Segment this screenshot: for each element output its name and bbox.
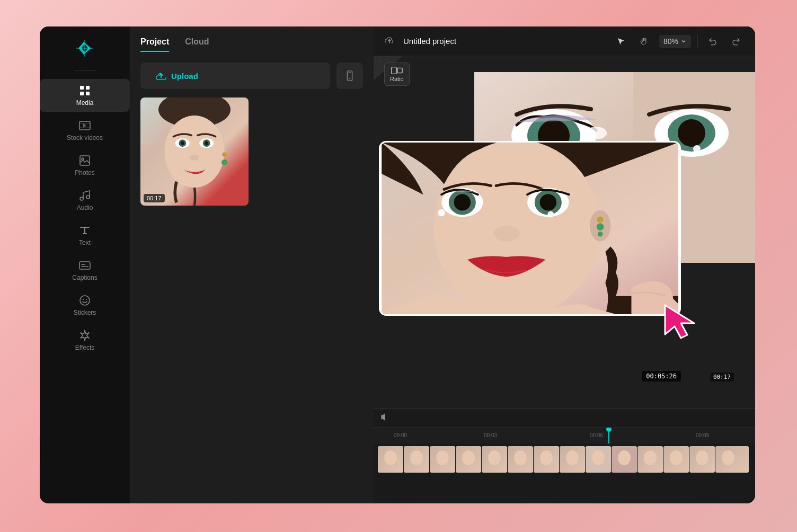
- ruler-mark-2: 00:06: [590, 432, 603, 438]
- svg-point-69: [410, 450, 423, 465]
- cursor-tool-btn[interactable]: [613, 33, 630, 50]
- ruler-mark-1: 00:03: [484, 432, 497, 438]
- app-logo[interactable]: [74, 37, 96, 59]
- sidebar-item-text[interactable]: Text: [40, 219, 130, 252]
- upload-button[interactable]: Upload: [140, 63, 330, 89]
- time-display: 00:05:26: [642, 371, 681, 382]
- ruler-mark-3: 00:09: [696, 432, 709, 438]
- audio-toggle-icon[interactable]: [380, 412, 389, 424]
- sidebar-item-effects[interactable]: Effects: [40, 324, 130, 357]
- toolbar-divider: [697, 35, 698, 48]
- svg-point-48: [693, 145, 701, 153]
- timeline: 00:00 00:03 00:06 00:09: [374, 408, 755, 503]
- hand-tool-btn[interactable]: [636, 33, 653, 50]
- svg-point-81: [566, 450, 579, 465]
- app-window: Media Stock videos Photos: [40, 26, 755, 503]
- svg-point-24: [164, 116, 224, 188]
- svg-point-56: [540, 194, 556, 210]
- playhead-head: [606, 428, 612, 432]
- media-grid: 00:17: [140, 97, 363, 206]
- sidebar-item-audio-label: Audio: [77, 204, 93, 211]
- svg-point-16: [80, 296, 90, 305]
- svg-rect-5: [86, 92, 90, 95]
- device-button[interactable]: [336, 63, 363, 89]
- top-toolbar: Untitled project 80%: [374, 26, 755, 56]
- zoom-control[interactable]: 80%: [659, 35, 691, 48]
- svg-point-20: [349, 78, 350, 79]
- fg-video-popup[interactable]: [379, 141, 681, 316]
- svg-point-59: [493, 226, 519, 241]
- sidebar-item-stickers-label: Stickers: [74, 309, 96, 316]
- svg-point-75: [488, 450, 501, 465]
- svg-point-50: [433, 143, 600, 314]
- svg-point-58: [547, 211, 554, 218]
- cloud-save-icon[interactable]: [384, 36, 395, 47]
- svg-marker-64: [665, 305, 694, 338]
- svg-point-63: [598, 232, 603, 237]
- timeline-tracks: [374, 444, 755, 503]
- svg-point-79: [540, 450, 553, 465]
- sidebar-item-stock-videos[interactable]: Stock videos: [40, 114, 130, 147]
- svg-point-17: [83, 299, 84, 300]
- playhead[interactable]: [608, 429, 609, 444]
- svg-point-42: [586, 127, 607, 139]
- ratio-icon: [391, 66, 403, 75]
- svg-point-85: [618, 450, 631, 465]
- sidebar-item-photos-label: Photos: [75, 169, 94, 176]
- sidebar-divider: [74, 70, 95, 70]
- sidebar-item-captions[interactable]: Captions: [40, 254, 130, 287]
- svg-point-31: [222, 152, 227, 157]
- svg-point-12: [86, 196, 90, 199]
- svg-point-27: [181, 141, 184, 145]
- svg-rect-4: [80, 92, 84, 95]
- cursor-arrow-svg: [660, 300, 702, 342]
- svg-rect-37: [397, 68, 402, 73]
- svg-point-89: [670, 450, 683, 465]
- sidebar-item-photos[interactable]: Photos: [40, 149, 130, 182]
- media-thumb-1[interactable]: 00:17: [140, 97, 249, 206]
- redo-button[interactable]: [728, 33, 745, 50]
- upload-label: Upload: [171, 72, 198, 81]
- svg-point-91: [696, 450, 709, 465]
- media-duration-1: 00:17: [144, 194, 165, 202]
- canvas-area: Ratio: [374, 56, 755, 408]
- sidebar-item-stickers[interactable]: Stickers: [40, 289, 130, 322]
- svg-point-61: [597, 216, 604, 223]
- svg-point-47: [678, 119, 705, 147]
- svg-rect-13: [79, 262, 90, 269]
- svg-marker-65: [381, 413, 385, 421]
- phone-icon: [344, 70, 356, 82]
- svg-point-71: [436, 450, 449, 465]
- sidebar-item-text-label: Text: [79, 239, 91, 246]
- svg-point-33: [190, 155, 199, 161]
- sidebar-item-audio[interactable]: Audio: [40, 184, 130, 217]
- thumb-face-svg: [140, 97, 249, 206]
- svg-rect-36: [392, 67, 396, 74]
- media-panel: Project Cloud Upload: [130, 26, 374, 503]
- panel-content: Upload: [130, 52, 374, 216]
- tab-project[interactable]: Project: [140, 37, 169, 52]
- svg-point-83: [592, 450, 605, 465]
- svg-point-67: [384, 450, 397, 465]
- sidebar-item-media[interactable]: Media: [40, 79, 130, 112]
- sidebar-item-captions-label: Captions: [72, 274, 97, 281]
- video-track: [374, 444, 755, 475]
- svg-point-57: [438, 209, 445, 217]
- svg-rect-3: [86, 86, 90, 90]
- undo-button[interactable]: [704, 33, 721, 50]
- fg-face-svg: [380, 143, 679, 314]
- toolbar-right: 80%: [613, 33, 745, 50]
- editor-area: Untitled project 80%: [374, 26, 755, 503]
- svg-point-62: [597, 223, 604, 230]
- svg-point-53: [454, 194, 471, 210]
- upload-buttons: Upload: [140, 63, 363, 89]
- ratio-label: Ratio: [390, 76, 404, 82]
- svg-point-32: [222, 159, 227, 165]
- svg-point-18: [86, 299, 87, 300]
- track-thumbnails-svg: [378, 446, 749, 473]
- svg-rect-2: [80, 86, 84, 90]
- tab-cloud[interactable]: Cloud: [185, 37, 209, 52]
- project-title-text: Untitled project: [403, 37, 456, 46]
- ratio-button[interactable]: Ratio: [384, 63, 410, 86]
- svg-rect-9: [80, 156, 90, 165]
